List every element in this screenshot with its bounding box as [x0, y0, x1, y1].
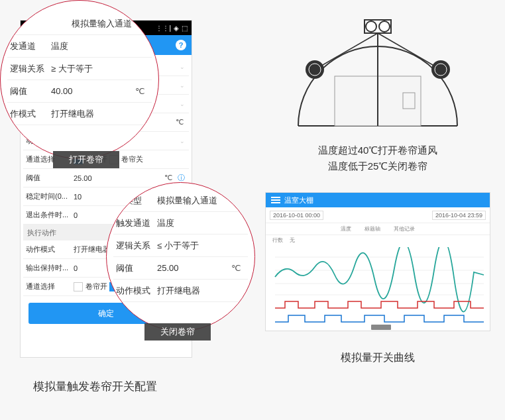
zoom2-caption: 关闭卷帘: [144, 323, 211, 341]
svg-rect-17: [371, 325, 391, 330]
chevron-down-icon: ⌄: [180, 82, 189, 89]
zoom-open-curtain: 模拟量输入通道 发通道温度 逻辑关系≥ 大于等于 阈值40.00℃ 作模式打开继…: [0, 0, 159, 159]
chart-header: 温室大棚: [266, 193, 490, 207]
chevron-down-icon: ⌄: [180, 101, 189, 107]
chevron-down-icon: ⌄: [180, 64, 189, 70]
wifi-icon: ◈: [174, 25, 179, 32]
svg-line-8: [378, 33, 441, 70]
menu-icon[interactable]: [271, 197, 280, 203]
zoom-close-curtain: 源类型模拟量输入通道 触发通道温度 逻辑关系≤ 小于等于 阈值25.00℃ 动作…: [106, 182, 255, 331]
zoom1-caption: 打开卷帘: [53, 151, 119, 168]
greenhouse-diagram: [278, 13, 477, 142]
help-icon[interactable]: ?: [176, 40, 186, 50]
chart-controls: 2016-10-01 00:00 2016-10-04 23:59: [266, 207, 490, 223]
svg-line-7: [315, 33, 378, 70]
chart-plot[interactable]: [266, 244, 490, 331]
date-from-input[interactable]: 2016-10-01 00:00: [270, 211, 323, 220]
history-chart: 温室大棚 2016-10-01 00:00 2016-10-04 23:59 温…: [265, 192, 490, 331]
chart-subcontrols: 行数无: [266, 235, 490, 244]
greenhouse-description: 温度超过40℃打开卷帘通风 温度低于25℃关闭卷帘: [278, 142, 477, 174]
chevron-down-icon: ⌄: [180, 138, 189, 144]
checkbox-open2[interactable]: [74, 282, 83, 291]
main-caption: 模拟量触发卷帘开关配置: [33, 379, 157, 394]
chart-legend: 温度标题轴其他记录: [266, 223, 490, 235]
date-to-input[interactable]: 2016-10-04 23:59: [432, 211, 486, 220]
svg-point-9: [306, 60, 324, 79]
chart-caption: 模拟量开关曲线: [278, 351, 477, 365]
info-icon[interactable]: ⓘ: [178, 173, 189, 183]
signal-icon: ⋮⋮|: [156, 25, 171, 32]
battery-icon: ⬚: [182, 25, 188, 32]
svg-point-11: [431, 60, 450, 79]
